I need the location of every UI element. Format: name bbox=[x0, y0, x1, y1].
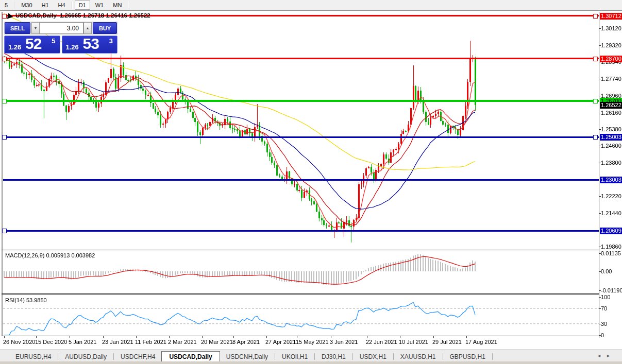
tab-separator bbox=[352, 353, 353, 360]
tab-usdchf-h4[interactable]: USDCHF,H4 bbox=[114, 352, 161, 362]
tf-button-d1[interactable]: D1 bbox=[75, 1, 90, 10]
sell-price-prefix: 1.26 bbox=[8, 43, 21, 51]
timeframe-toolbar: 5 M30 H1 H4 D1 W1 MN bbox=[0, 0, 622, 10]
date-tick bbox=[4, 336, 5, 338]
date-tick bbox=[202, 336, 203, 338]
date-label: 20 Mar 2021 bbox=[201, 339, 233, 345]
date-tick bbox=[70, 336, 70, 338]
date-label: 26 Nov 2020 bbox=[3, 339, 35, 345]
date-label: 2 Mar 2021 bbox=[168, 339, 197, 345]
order-prices-row: 1.26 52 5 1.26 53 3 bbox=[4, 36, 117, 54]
sell-price-pip: 5 bbox=[52, 37, 55, 45]
price-line-tag: 1.28700 bbox=[600, 56, 622, 62]
macd-tick-label: -0.01190 bbox=[601, 287, 622, 293]
rsi-tick-label: 70 bbox=[601, 305, 607, 311]
hline-anchor-handle[interactable] bbox=[593, 99, 598, 103]
rsi-label: RSI(14) 53.9850 bbox=[5, 297, 47, 303]
platform-window: 5 M30 H1 H4 D1 W1 MN USDCAD,Daily 1.2666… bbox=[0, 0, 622, 364]
price-axis-line bbox=[599, 12, 599, 338]
toolbar-separator bbox=[14, 2, 15, 9]
date-tick bbox=[331, 336, 331, 338]
date-label: 5 Jan 2021 bbox=[69, 339, 96, 345]
hline-anchor-handle[interactable] bbox=[593, 135, 598, 140]
tf-button-m5[interactable]: 5 bbox=[1, 1, 12, 10]
tab-xauusd-h1[interactable]: XAUUSD,H1 bbox=[394, 352, 442, 362]
tab-dj30-h1[interactable]: DJ30,H1 bbox=[315, 352, 352, 362]
macd-tick-label: 0.00 bbox=[601, 268, 612, 274]
hline-1.25003[interactable] bbox=[3, 136, 599, 138]
hline-anchor-handle[interactable] bbox=[593, 14, 598, 19]
hline-1.267[interactable] bbox=[3, 100, 599, 102]
hline-anchor-handle[interactable] bbox=[2, 135, 7, 140]
chart-title-row: USDCAD,Daily 1.26665 1.26718 1.26416 1.2… bbox=[6, 12, 150, 19]
tab-gbpusd-h1[interactable]: GBPUSD,H1 bbox=[444, 352, 492, 362]
date-tick bbox=[433, 336, 434, 338]
tf-button-m30[interactable]: M30 bbox=[17, 1, 36, 10]
tab-usdx-h1[interactable]: USDX,H1 bbox=[354, 352, 393, 362]
price-tick-label: 1.26160 bbox=[601, 110, 621, 116]
buy-button[interactable]: BUY bbox=[93, 22, 117, 34]
one-click-trading-panel: SELL ▼ ▲ BUY 1.26 52 5 1.26 53 3 bbox=[4, 22, 117, 54]
tab-ukoil-h1[interactable]: UKOil,H1 bbox=[276, 352, 314, 362]
price-tick-label: 1.21440 bbox=[601, 210, 621, 216]
sell-price-box[interactable]: 1.26 52 5 bbox=[4, 36, 60, 54]
current-price-tag: 1.26522 bbox=[600, 102, 622, 109]
date-label: 15 May 2021 bbox=[296, 339, 329, 345]
hline-anchor-handle[interactable] bbox=[2, 57, 7, 61]
tab-separator bbox=[314, 353, 315, 360]
buy-price-box[interactable]: 1.26 53 3 bbox=[62, 36, 118, 54]
hline-anchor-handle[interactable] bbox=[593, 57, 598, 61]
tab-scroll-right-icon[interactable]: ► bbox=[606, 353, 611, 358]
date-label: 3 Jun 2021 bbox=[330, 339, 358, 345]
date-label: 27 Apr 2021 bbox=[265, 339, 296, 345]
pane-splitter[interactable] bbox=[2, 336, 599, 336]
hline-anchor-handle[interactable] bbox=[2, 229, 7, 233]
tab-scroll-left-icon[interactable]: ◄ bbox=[597, 353, 601, 358]
date-tick bbox=[169, 336, 170, 338]
tf-button-w1[interactable]: W1 bbox=[91, 1, 108, 10]
tab-separator bbox=[443, 353, 443, 360]
volume-up-button[interactable]: ▲ bbox=[83, 22, 92, 34]
status-strip bbox=[0, 361, 622, 364]
macd-tick-label: 0.01135 bbox=[601, 250, 621, 256]
volume-input[interactable] bbox=[40, 22, 83, 34]
hline-1.23003[interactable] bbox=[3, 179, 599, 181]
tab-separator bbox=[492, 353, 493, 360]
macd-label: MACD(12,26,9) 0.005913 0.003982 bbox=[5, 252, 95, 258]
price-chart-canvas[interactable] bbox=[0, 0, 622, 364]
date-label: 23 Jan 2021 bbox=[102, 339, 133, 345]
date-label: 10 Jul 2021 bbox=[399, 339, 428, 345]
date-tick bbox=[466, 336, 467, 338]
tf-button-h1[interactable]: H1 bbox=[38, 1, 53, 10]
date-tick bbox=[233, 336, 234, 338]
tab-usdcnh-daily[interactable]: USDCNH,Daily bbox=[220, 352, 274, 362]
volume-down-button[interactable]: ▼ bbox=[31, 22, 40, 34]
toolbar-separator bbox=[72, 2, 73, 9]
pane-splitter[interactable] bbox=[2, 294, 599, 295]
hline-anchor-handle[interactable] bbox=[2, 99, 7, 103]
tab-audusd-daily[interactable]: AUDUSD,Daily bbox=[59, 352, 113, 362]
hline-1.287[interactable] bbox=[3, 58, 599, 59]
order-controls-row: SELL ▼ ▲ BUY bbox=[4, 22, 117, 34]
price-line-tag: 1.30712 bbox=[600, 13, 622, 20]
date-label: 29 Jul 2021 bbox=[432, 339, 462, 345]
date-tick bbox=[266, 336, 267, 338]
tf-button-mn[interactable]: MN bbox=[109, 1, 126, 10]
tab-separator bbox=[113, 353, 114, 360]
pane-splitter[interactable] bbox=[2, 293, 599, 294]
tf-button-h4[interactable]: H4 bbox=[54, 1, 70, 10]
pane-splitter[interactable] bbox=[2, 250, 599, 250]
tab-eurusd-h4[interactable]: EURUSD,H4 bbox=[9, 352, 57, 362]
tab-separator bbox=[275, 353, 275, 360]
buy-price-pip: 3 bbox=[109, 37, 113, 45]
tab-usdcad-daily[interactable]: USDCAD,Daily bbox=[161, 351, 220, 362]
rsi-tick-label: 30 bbox=[601, 321, 607, 327]
pane-splitter[interactable] bbox=[2, 251, 599, 251]
sell-button[interactable]: SELL bbox=[5, 22, 30, 34]
date-label: 17 Aug 2021 bbox=[465, 339, 497, 345]
toolbar-separator bbox=[128, 2, 129, 9]
chart-arrow-icon bbox=[6, 12, 13, 19]
date-tick bbox=[297, 336, 297, 338]
hline-1.20609[interactable] bbox=[3, 230, 599, 232]
toolbar-border bbox=[0, 10, 622, 11]
